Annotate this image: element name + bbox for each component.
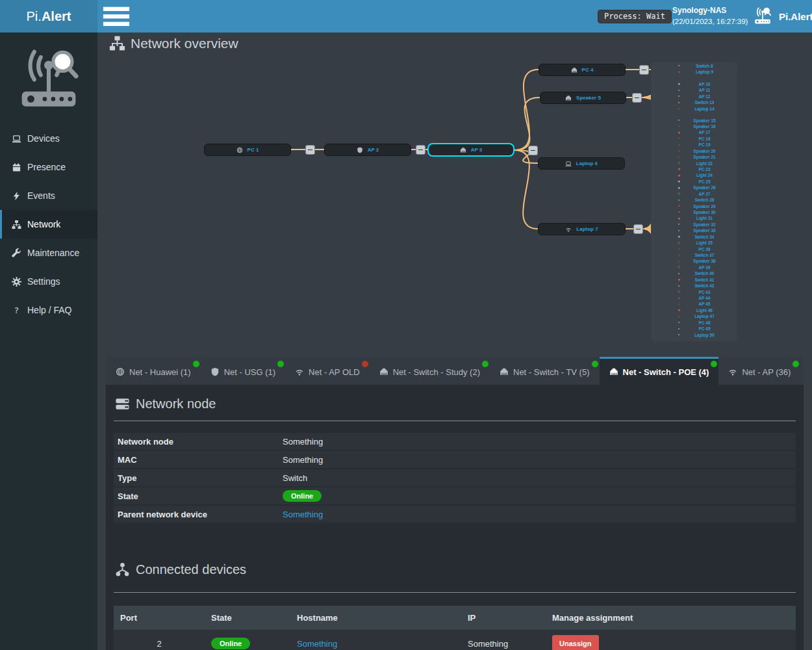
sidebar-toggle-button[interactable]: [101, 0, 131, 32]
sidebar-item-presence[interactable]: Presence: [0, 153, 97, 181]
collapse-button[interactable]: [633, 224, 643, 234]
tab-status-dot-green: [592, 361, 598, 367]
hamburger-icon: [101, 1, 131, 31]
laptop-icon: [565, 161, 572, 167]
row-label: Network node: [114, 437, 283, 447]
network-node-laptop6[interactable]: Laptop 6: [538, 157, 625, 170]
device-list-item-pc-23[interactable]: ●PC 23: [655, 166, 726, 172]
unassign-button[interactable]: Unassign: [552, 635, 599, 650]
device-list-item-ap-39[interactable]: ○AP 39: [655, 264, 726, 270]
device-label: Switch 40: [683, 271, 726, 276]
device-label: PC 25: [683, 179, 726, 184]
device-list-item-ap-11[interactable]: ▪AP 11: [655, 87, 726, 94]
network-node-row-mac: MACSomething: [114, 451, 796, 468]
brand-logo[interactable]: Pi.Alert: [0, 0, 97, 32]
host-timestamp: (22/01/2023, 16:27:39): [672, 16, 748, 27]
collapse-button[interactable]: [639, 65, 649, 75]
device-label: Laptop 50: [683, 333, 726, 337]
device-list-item-laptop-14[interactable]: ▫Laptop 14: [655, 105, 726, 112]
manage-assignment-cell: Unassign: [546, 635, 796, 650]
device-icon: ▪: [674, 99, 683, 106]
network-node-laptop7[interactable]: Laptop 7: [538, 223, 626, 235]
device-label: AP 12: [683, 94, 726, 99]
network-node-speaker5[interactable]: Speaker 5: [540, 92, 626, 104]
sidebar-item-network[interactable]: Network: [0, 210, 97, 239]
device-label: Switch 42: [683, 283, 726, 288]
sidebar-item-label: Settings: [27, 276, 60, 287]
sidebar-item-label: Devices: [27, 133, 60, 144]
device-label: Light 22: [683, 161, 726, 166]
collapse-button[interactable]: [416, 145, 425, 155]
laptop-icon: [12, 134, 21, 144]
network-node-ap2[interactable]: AP 2: [324, 144, 411, 156]
brand-bold: Alert: [42, 9, 71, 24]
device-list-item-laptop-50[interactable]: ▪Laptop 50: [655, 332, 726, 338]
device-list-item-pc-43[interactable]: ○PC 43: [655, 289, 726, 295]
tab-net-ap-old[interactable]: Net - AP OLD: [285, 357, 370, 385]
tab-status-dot-red: [362, 361, 368, 367]
parent-device-link[interactable]: Something: [283, 510, 323, 519]
column-header-state: State: [205, 613, 290, 623]
sidebar-item-devices[interactable]: Devices: [0, 124, 97, 153]
device-list-item-speaker-30[interactable]: ▪Speaker 30: [655, 209, 726, 215]
collapse-button[interactable]: [632, 93, 642, 103]
network-node-row-network-node: Network nodeSomething: [114, 433, 796, 450]
device-icon: ▪: [674, 228, 683, 234]
sidebar-item-settings[interactable]: Settings: [0, 267, 97, 296]
tab-net-huawei-1[interactable]: Net - Huawei (1): [106, 357, 201, 385]
question-icon: ?: [12, 306, 21, 315]
device-list-item-switch-13[interactable]: ▪Switch 13: [655, 99, 726, 106]
router-scan-icon: [752, 7, 773, 25]
device-list-item-speaker-33[interactable]: ▪Speaker 33: [655, 228, 726, 234]
device-list-item-pc-19[interactable]: ▫PC 19: [655, 142, 726, 148]
globe-icon: [236, 147, 243, 153]
device-list-item-switch-8[interactable]: ▪Switch 8: [655, 62, 726, 69]
connected-devices-heading: Connected devices: [115, 562, 246, 577]
device-list-item-speaker-16[interactable]: ▫Speaker 16: [655, 123, 726, 129]
tab-net-ap-36[interactable]: Net - AP (36): [718, 357, 800, 385]
tab-label: Net - AP (36): [742, 367, 791, 377]
device-icon: ▫: [674, 142, 683, 148]
device-label: PC 19: [683, 142, 726, 147]
globe-icon: [116, 367, 125, 376]
device-label: Speaker 32: [683, 222, 726, 227]
hostname-link[interactable]: Something: [297, 639, 337, 649]
column-header-ip: IP: [461, 613, 546, 623]
online-status-badge: Online: [283, 490, 322, 502]
device-list-item-laptop-9[interactable]: ▪Laptop 9: [655, 69, 726, 75]
tab-net-switch-study-2[interactable]: Net - Switch - Study (2): [370, 357, 490, 385]
row-label: State: [114, 491, 283, 501]
tab-label: Net - Switch - TV (5): [513, 367, 590, 377]
device-list-item-ap-12[interactable]: ▪AP 12: [655, 93, 726, 99]
row-label: MAC: [114, 455, 283, 465]
tab-net-switch-tv-5[interactable]: Net - Switch - TV (5): [490, 357, 600, 385]
device-list-item-pc-36[interactable]: ▫PC 36: [655, 246, 726, 252]
tab-net-switch-poe-4[interactable]: Net - Switch - POE (4): [600, 357, 719, 385]
bolt-icon: [12, 191, 21, 201]
device-icon: ▫: [674, 123, 683, 129]
collapse-button[interactable]: [528, 146, 538, 155]
network-node-ap3[interactable]: AP 3: [427, 143, 514, 157]
network-node-pc4[interactable]: PC 4: [539, 64, 626, 76]
top-header: Pi.Alert Process: Wait Synology-NAS (22/…: [0, 0, 812, 32]
device-list-item-ap-10[interactable]: ●AP 10: [655, 81, 726, 87]
sidebar-item-label: Events: [27, 190, 55, 201]
device-list-item-light-46[interactable]: ●Light 46: [655, 307, 726, 313]
network-node-heading-text: Network node: [136, 396, 216, 411]
device-icon: ○: [674, 264, 683, 270]
tab-net-usg-1[interactable]: Net - USG (1): [201, 357, 285, 385]
collapse-button[interactable]: [305, 145, 315, 155]
sidebar-menu: DevicesPresenceEventsNetworkMaintenanceS…: [0, 124, 97, 324]
device-list-item-speaker-26[interactable]: ●Speaker 26: [655, 185, 726, 191]
sitemap-icon: [12, 220, 21, 229]
sidebar: DevicesPresenceEventsNetworkMaintenanceS…: [0, 32, 97, 650]
device-label: Speaker 26: [683, 185, 726, 190]
wifi-icon: [565, 226, 572, 233]
sidebar-item-help[interactable]: ?Help / FAQ: [0, 296, 97, 324]
online-status-badge: Online: [211, 638, 250, 649]
sidebar-item-label: Maintenance: [27, 248, 79, 258]
sidebar-item-events[interactable]: Events: [0, 181, 97, 210]
network-node-pc1[interactable]: PC 1: [204, 144, 291, 156]
device-label: Light 24: [683, 173, 726, 177]
sidebar-item-maintenance[interactable]: Maintenance: [0, 239, 97, 267]
